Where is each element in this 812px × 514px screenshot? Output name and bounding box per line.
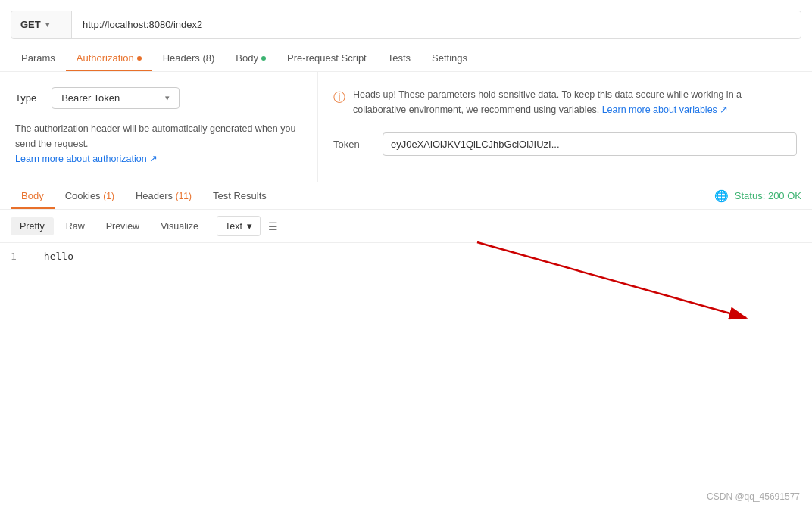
response-tabs-row: Body Cookies (1) Headers (11) Test Resul… xyxy=(0,182,812,210)
status-text: Status: 200 OK xyxy=(735,190,801,201)
bearer-chevron: ▾ xyxy=(165,93,170,103)
tab-settings[interactable]: Settings xyxy=(421,45,478,71)
format-tab-pretty[interactable]: Pretty xyxy=(11,217,54,235)
format-type-select[interactable]: Text ▾ xyxy=(217,216,261,236)
response-content: hello xyxy=(44,251,73,262)
format-type-chevron: ▾ xyxy=(247,220,252,232)
bearer-token-value: Bearer Token xyxy=(61,92,120,104)
type-row: Type Bearer Token ▾ xyxy=(15,87,302,109)
token-label: Token xyxy=(333,139,367,150)
globe-icon: 🌐 xyxy=(714,189,729,203)
auth-content: Type Bearer Token ▾ The authorization he… xyxy=(0,72,812,182)
tab-pre-request[interactable]: Pre-request Script xyxy=(276,45,377,71)
filter-icon[interactable]: ☰ xyxy=(268,220,278,232)
token-row: Token xyxy=(333,132,797,156)
tab-authorization[interactable]: Authorization xyxy=(66,45,152,71)
footer: CSDN @qq_45691577 xyxy=(707,491,800,502)
method-label: GET xyxy=(20,19,41,30)
body-dot xyxy=(261,56,266,61)
response-tab-body[interactable]: Body xyxy=(11,182,55,209)
url-input[interactable] xyxy=(72,11,801,38)
auth-right-panel: ⓘ Heads up! These parameters hold sensit… xyxy=(318,72,812,182)
format-tab-preview[interactable]: Preview xyxy=(97,217,148,235)
warning-box: ⓘ Heads up! These parameters hold sensit… xyxy=(333,87,797,117)
format-type-label: Text xyxy=(225,221,242,232)
response-tab-cookies[interactable]: Cookies (1) xyxy=(55,182,125,209)
response-section: Body Cookies (1) Headers (11) Test Resul… xyxy=(0,182,812,269)
response-body: 1 hello xyxy=(0,243,812,269)
tab-headers[interactable]: Headers (8) xyxy=(152,45,226,71)
token-input[interactable] xyxy=(383,132,797,156)
format-tab-raw[interactable]: Raw xyxy=(57,217,94,235)
auth-left-panel: Type Bearer Token ▾ The authorization he… xyxy=(0,72,318,182)
status-area: 🌐 Status: 200 OK xyxy=(714,189,801,203)
tab-body[interactable]: Body xyxy=(225,45,276,71)
format-tab-visualize[interactable]: Visualize xyxy=(151,217,208,235)
url-bar: GET ▾ xyxy=(11,11,801,39)
warning-icon: ⓘ xyxy=(333,88,345,117)
tab-params[interactable]: Params xyxy=(11,45,66,71)
bearer-token-select[interactable]: Bearer Token ▾ xyxy=(52,87,180,109)
tab-tests[interactable]: Tests xyxy=(377,45,421,71)
response-tab-test-results[interactable]: Test Results xyxy=(202,182,277,209)
warning-text: Heads up! These parameters hold sensitiv… xyxy=(353,87,797,117)
response-tab-headers[interactable]: Headers (11) xyxy=(125,182,202,209)
learn-more-variables-link[interactable]: Learn more about variables ↗ xyxy=(602,104,729,115)
type-label: Type xyxy=(15,92,36,104)
method-chevron: ▾ xyxy=(45,20,49,29)
cookies-badge: (1) xyxy=(103,191,114,201)
headers-badge: (11) xyxy=(176,191,192,201)
auth-info: The authorization header will be automat… xyxy=(15,121,302,167)
method-selector[interactable]: GET ▾ xyxy=(11,11,72,38)
format-tabs-row: Pretty Raw Preview Visualize Text ▾ ☰ xyxy=(0,210,812,243)
line-number: 1 xyxy=(11,251,26,262)
request-tabs-row: Params Authorization Headers (8) Body Pr… xyxy=(0,45,812,72)
main-container: GET ▾ Params Authorization Headers (8) B… xyxy=(0,0,812,514)
authorization-dot xyxy=(137,56,142,61)
learn-more-auth-link[interactable]: Learn more about authorization ↗ xyxy=(15,154,158,164)
